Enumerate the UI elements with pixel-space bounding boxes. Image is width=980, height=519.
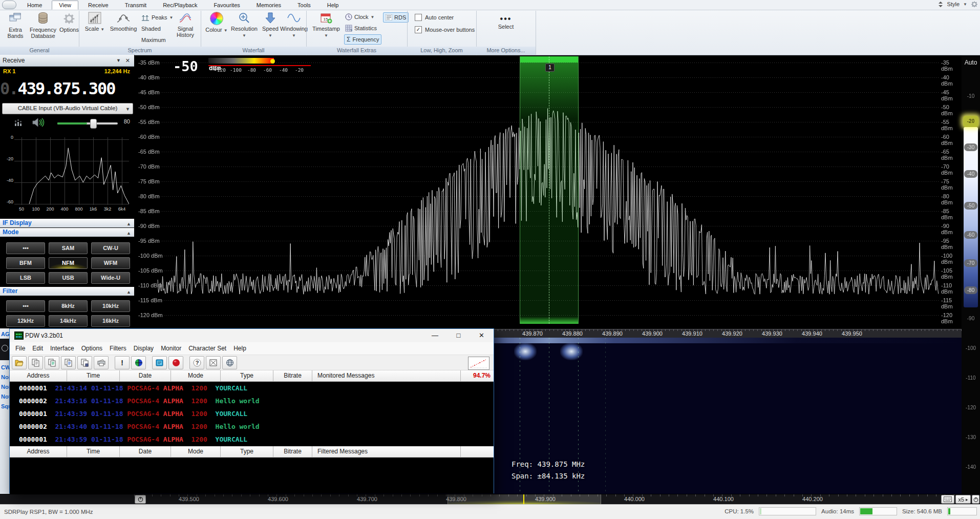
filter-16khz-button[interactable]: 16kHz: [91, 315, 130, 327]
app-menu-button[interactable]: [2, 1, 16, 9]
speed-button[interactable]: Speed ▼: [260, 12, 281, 39]
panel-collapse-icon[interactable]: ▼: [116, 55, 121, 66]
auto-range-label[interactable]: Auto: [962, 59, 980, 66]
tune-line[interactable]: [549, 56, 549, 324]
save-button[interactable]: [77, 356, 92, 369]
message-row[interactable]: 0000002 21:43:16 01-11-18 POCSAG-4 ALPHA…: [10, 395, 494, 407]
copy-filtered-button[interactable]: [45, 356, 59, 369]
rds-button-active[interactable]: RDS: [383, 12, 409, 23]
tab-help[interactable]: Help: [321, 1, 346, 9]
message-row[interactable]: 0000001 21:43:59 01-11-18 POCSAG-4 ALPHA…: [10, 433, 494, 446]
menu-options[interactable]: Options: [78, 345, 106, 352]
monitored-messages-list[interactable]: 0000001 21:43:14 01-11-18 POCSAG-4 ALPHA…: [10, 382, 494, 446]
terminal-button[interactable]: [152, 356, 167, 369]
message-row[interactable]: 0000001 21:43:14 01-11-18 POCSAG-4 ALPHA…: [10, 382, 494, 395]
filter-14khz-button[interactable]: 14kHz: [49, 315, 88, 327]
menu-display[interactable]: Display: [130, 345, 157, 352]
resolution-button[interactable]: Resolution ▼: [229, 12, 259, 39]
tab-home[interactable]: Home: [20, 1, 49, 9]
statistics-button[interactable]: 9 Statistics: [345, 24, 377, 33]
monitor-globe-button[interactable]: [131, 356, 146, 369]
tab-receive[interactable]: Receive: [81, 1, 115, 9]
spectrum-display[interactable]: -35 dBm-40 dBm-45 dBm-50 dBm-55 dBm-60 d…: [134, 55, 962, 329]
mode-cwu-button[interactable]: CW-U: [91, 242, 130, 254]
rx-passband-overlay[interactable]: 1: [520, 56, 579, 324]
auto-center-checkbox-box[interactable]: [415, 14, 422, 21]
menu-help[interactable]: Help: [230, 345, 250, 352]
minimize-button[interactable]: —: [423, 329, 446, 342]
menu-edit[interactable]: Edit: [29, 345, 47, 352]
zoom-step-arrow[interactable]: ▸: [966, 497, 968, 502]
mode-lsb-button[interactable]: LSB: [6, 272, 45, 284]
speaker-icon[interactable]: [32, 117, 45, 128]
tab-view[interactable]: View: [52, 1, 78, 10]
extra-bands-button[interactable]: Extra Bands: [3, 12, 28, 39]
signal-history-button[interactable]: Signal History: [173, 12, 198, 38]
peaks-button[interactable]: Peaks▼: [141, 13, 174, 22]
section-mode[interactable]: Mode▲: [0, 228, 134, 237]
volume-slider[interactable]: [57, 122, 118, 124]
filter-toggle-button[interactable]: [206, 356, 221, 369]
maximize-button[interactable]: □: [447, 329, 470, 342]
message-row[interactable]: 0000002 21:43:40 01-11-18 POCSAG-4 ALPHA…: [10, 420, 494, 433]
palette-gradient-bar[interactable]: [208, 58, 274, 64]
settings-gear-icon[interactable]: [971, 1, 978, 8]
message-row[interactable]: 0000001 21:43:39 01-11-18 POCSAG-4 ALPHA…: [10, 407, 494, 420]
tab-transmit[interactable]: Transmit: [118, 1, 153, 9]
tab-favourites[interactable]: Favourites: [207, 1, 246, 9]
tab-tools[interactable]: Tools: [291, 1, 317, 9]
smoothing-button[interactable]: Smoothing: [108, 12, 139, 32]
print-button[interactable]: [94, 356, 109, 369]
clock-button[interactable]: Clock▼: [345, 12, 374, 22]
levels-icon[interactable]: [14, 118, 24, 127]
keyboard-entry-button[interactable]: [941, 495, 954, 504]
monitored-table-header[interactable]: AddressTimeDateModeTypeBitrateMonitored …: [10, 370, 494, 382]
section-if-display[interactable]: IF Display▲: [0, 219, 134, 227]
frequency-button-active[interactable]: Σ Frequency: [344, 34, 381, 45]
zoom-step-button[interactable]: x5 ▸: [955, 495, 971, 504]
volume-slider-handle[interactable]: [90, 119, 97, 129]
frequency-database-button[interactable]: Frequency Database: [28, 12, 58, 39]
menu-interface[interactable]: Interface: [47, 345, 78, 352]
band-pan-bar[interactable]: 439.500439.600439.700439.800439.900440.0…: [0, 494, 980, 505]
menu-character-set[interactable]: Character Set: [185, 345, 230, 352]
maximum-button[interactable]: Maximum: [141, 35, 166, 45]
mode-usb-button[interactable]: USB: [49, 272, 88, 284]
waterfall-level-strip[interactable]: Auto -10 -20 -30 -40 -50 -60 -70 -80 -90…: [962, 55, 980, 494]
collapse-ribbon-icon[interactable]: [938, 1, 944, 8]
select-button[interactable]: ••• Select: [491, 16, 521, 30]
copy-log-button[interactable]: [61, 356, 76, 369]
mode-more-button[interactable]: •••: [6, 242, 45, 254]
filtered-messages-list[interactable]: [10, 458, 494, 493]
power-button-left[interactable]: [135, 495, 146, 504]
scale-dropdown-arrow[interactable]: ▼: [100, 27, 104, 32]
filter-10khz-button[interactable]: 10kHz: [91, 300, 130, 312]
windowing-button[interactable]: Windowing ▼: [279, 12, 309, 39]
level-active-handle[interactable]: -20: [963, 116, 978, 127]
panel-close-icon[interactable]: ✕: [125, 55, 130, 66]
copy-monitored-button[interactable]: [28, 356, 43, 369]
pdw-decoder-window[interactable]: PDW v3.2b01 — □ ✕ File Edit Interface Op…: [9, 328, 494, 493]
timestamp-button[interactable]: 15 Timestamp ▼: [310, 12, 342, 39]
mouse-over-checkbox-box[interactable]: ✓: [415, 26, 422, 33]
rx-marker-badge[interactable]: 1: [545, 64, 555, 72]
level-gradient-track[interactable]: [964, 127, 978, 307]
open-folder-button[interactable]: [12, 356, 27, 369]
filter-8khz-button[interactable]: 8kHz: [49, 300, 88, 312]
mode-wideu-button[interactable]: Wide-U: [91, 272, 130, 284]
style-dropdown-arrow[interactable]: ▼: [963, 2, 967, 7]
menu-file[interactable]: File: [12, 345, 29, 352]
power-button-right[interactable]: [972, 495, 979, 504]
scale-button[interactable]: Scale ▼: [83, 12, 106, 33]
menu-monitor[interactable]: Monitor: [157, 345, 185, 352]
record-button[interactable]: [168, 356, 183, 369]
audio-device-dropdown[interactable]: CABLE Input (VB-Audio Virtual Cable) ▼: [2, 103, 133, 114]
pdw-title-bar[interactable]: PDW v3.2b01 — □ ✕: [10, 329, 494, 343]
frequency-display[interactable]: 0.439.875.300: [0, 76, 134, 101]
filtered-table-header[interactable]: AddressTimeDateModeTypeBitrateFiltered M…: [10, 446, 494, 458]
mode-wfm-button[interactable]: WFM: [91, 257, 130, 269]
tab-memories[interactable]: Memories: [250, 1, 288, 9]
mode-nfm-button-active[interactable]: NFM: [49, 257, 88, 269]
section-filter[interactable]: Filter▲: [0, 287, 134, 296]
style-menu[interactable]: Style: [947, 1, 960, 7]
